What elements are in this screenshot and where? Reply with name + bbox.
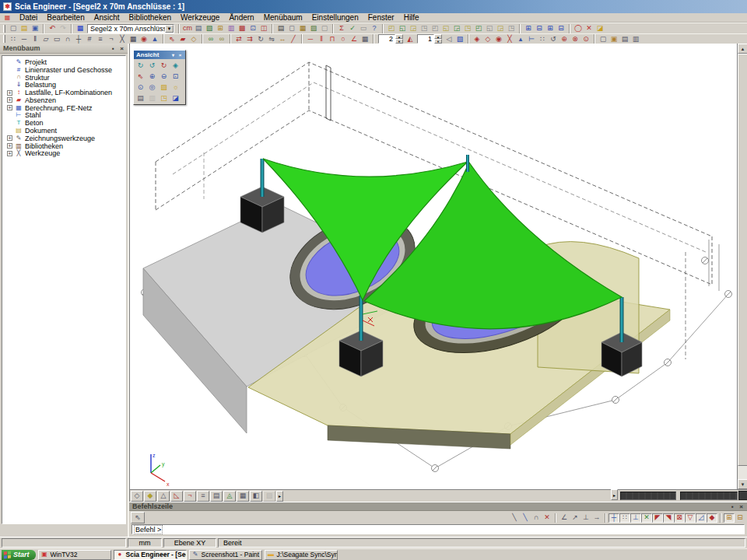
view-palette-header[interactable]: Ansicht ▾ × [134,51,185,59]
vector-input-icon[interactable]: ↗ [570,513,580,523]
snap-tangent-icon[interactable]: ◿ [696,513,707,523]
check-icon[interactable]: ✓ [347,24,358,33]
task-scia[interactable]: ● Scia Engineer - [Segel... [114,550,187,560]
tree-item-struktur[interactable]: + ∩ Struktur [2,74,125,82]
new-icon[interactable]: ▢ [8,24,19,33]
grid-spinner-value[interactable]: 1 [417,34,434,44]
hinge-icon[interactable]: ◉ [139,34,149,44]
circle-icon[interactable]: ○ [338,34,349,44]
expand-icon[interactable]: + [7,90,12,96]
window-split-icon-2[interactable]: ⊟ [534,24,545,33]
close-icon[interactable]: × [737,502,745,510]
storey-icon[interactable]: ≡ [95,34,106,44]
command-input[interactable]: Befehl > [132,524,745,534]
shrink-icon[interactable]: ◺ [170,491,183,502]
save-icon[interactable]: ▣ [30,24,40,33]
page-layout-icon[interactable]: ◫ [258,24,269,33]
pin-icon[interactable]: ▪ [109,44,117,52]
menu-aendern[interactable]: Ändern [224,13,258,23]
direction-icon[interactable]: → [591,513,602,523]
image-icon[interactable]: ▨ [308,24,319,33]
rotate-icon[interactable]: ↻ [255,34,266,44]
mirror-icon[interactable]: ⇋ [266,34,277,44]
dot-grid-icon[interactable]: ⊞ [724,513,735,523]
window-layout-icon-1[interactable]: ◰ [386,24,397,33]
expand-icon[interactable]: + [7,105,12,110]
node-icon[interactable]: ∷ [8,34,19,44]
view-axo-icon[interactable]: ◈ [170,60,181,71]
arc-tool-icon[interactable]: ∩ [531,513,542,523]
redo-icon[interactable]: ↷ [58,24,68,33]
toolbar-grip[interactable] [3,25,5,33]
chevron-down-icon[interactable]: ▼ [165,25,174,33]
clip-box-icon[interactable]: ◳ [158,93,170,103]
surfaces-icon[interactable]: △ [157,491,170,502]
window-layout-icon-9[interactable]: ◰ [473,24,484,33]
zoom-in-icon[interactable]: ⊕ [146,71,158,82]
merge-icon[interactable]: ⊕ [559,34,570,44]
menu-hilfe[interactable]: Hilfe [399,13,424,23]
plate-icon[interactable]: ▱ [40,34,51,44]
window-layout-icon-3[interactable]: ◲ [408,24,419,33]
child-window-icon[interactable]: ▦ [3,14,12,22]
snap-perp-icon[interactable]: ▽ [685,513,696,523]
zoom-out-icon[interactable]: ⊖ [158,71,170,82]
menu-bibliotheken[interactable]: Bibliotheken [124,13,176,23]
print-icon[interactable]: ▤ [275,24,286,33]
scale-icon[interactable]: ↔ [277,34,288,44]
activity-icon[interactable]: ◧ [250,491,262,502]
scroll-up-icon[interactable]: ▲ [738,44,747,54]
expand-icon[interactable]: + [7,151,12,156]
support-icon[interactable]: ▲ [149,34,160,44]
capture-icon[interactable]: ▥ [146,93,158,103]
cross-link-icon[interactable]: ╳ [504,34,515,44]
tree-item-werkzeuge[interactable]: + ╳ Werkzeuge [2,150,125,158]
preview-icon[interactable]: ◻ [286,24,297,33]
tree-item-beton[interactable]: + T Beton [2,119,125,127]
deselect-icon[interactable]: ◇ [188,34,199,44]
window-layout-icon-5[interactable]: ◰ [430,24,440,33]
scroll-down-icon[interactable]: ▼ [738,479,747,489]
window-layout-icon-4[interactable]: ◳ [419,24,430,33]
params-icon[interactable]: ▤ [619,34,630,44]
zoom-selection-icon[interactable]: ◎ [146,82,158,93]
window-split-icon-3[interactable]: ⊞ [545,24,556,33]
snap-intersect-icon[interactable]: ⊠ [674,513,685,523]
loads-display-icon[interactable]: ▤ [210,491,223,502]
tree-item-linienraster[interactable]: + # Linienraster und Geschosse [2,66,125,74]
horizontal-scrollbar-right[interactable] [680,492,738,500]
paste-icon[interactable]: ▥ [226,24,237,33]
prev-view-icon[interactable]: ◁ [444,34,454,44]
erase-last-icon[interactable]: ✕ [542,513,552,523]
tree-item-projekt[interactable]: + ✎ Projekt [2,58,125,66]
renumber-icon[interactable]: ↺ [548,34,559,44]
scale-spinner-value[interactable]: 2 [378,34,395,44]
task-paint[interactable]: ✎ Screenshot1 - Paint [189,550,262,560]
rect-icon[interactable]: ⊓ [327,34,338,44]
command-panel-header[interactable]: Befehlszeile ▪ × [129,502,747,511]
project-window-icon[interactable]: ▦ [75,24,86,33]
view-settings-icon[interactable]: ◪ [170,93,181,103]
explode-icon[interactable]: ⊗ [570,34,580,44]
labels-icon[interactable]: ≡ [197,491,209,502]
toolbar-grip[interactable] [3,35,5,43]
expand-icon[interactable]: + [7,135,12,141]
brace-icon[interactable]: ╳ [117,34,128,44]
zoom-cursor-icon[interactable]: ⇖ [135,71,146,82]
raster-icon[interactable]: ▦ [359,34,370,44]
menu-menubaum[interactable]: Menübaum [259,13,307,23]
grid-line-icon[interactable]: # [84,34,95,44]
layer-manager-icon[interactable]: ◪ [594,24,605,33]
line-2pt-icon[interactable]: ╲ [520,513,531,523]
remove-icon[interactable]: ✕ [584,24,594,33]
close-icon[interactable]: × [117,44,126,52]
tree-item-belastung[interactable]: + ⇓ Belastung [2,81,125,89]
document-icon[interactable]: ▢ [319,24,330,33]
window-split-icon-1[interactable]: ⊞ [523,24,534,33]
disconnect-icon[interactable]: ◇ [482,34,493,44]
center-icon[interactable]: ⊙ [580,34,591,44]
undo-icon[interactable]: ↶ [47,24,58,33]
window-layout-icon-7[interactable]: ◲ [451,24,462,33]
zoom-window-icon[interactable]: ⊡ [170,71,181,82]
menu-ansicht[interactable]: Ansicht [89,13,124,23]
